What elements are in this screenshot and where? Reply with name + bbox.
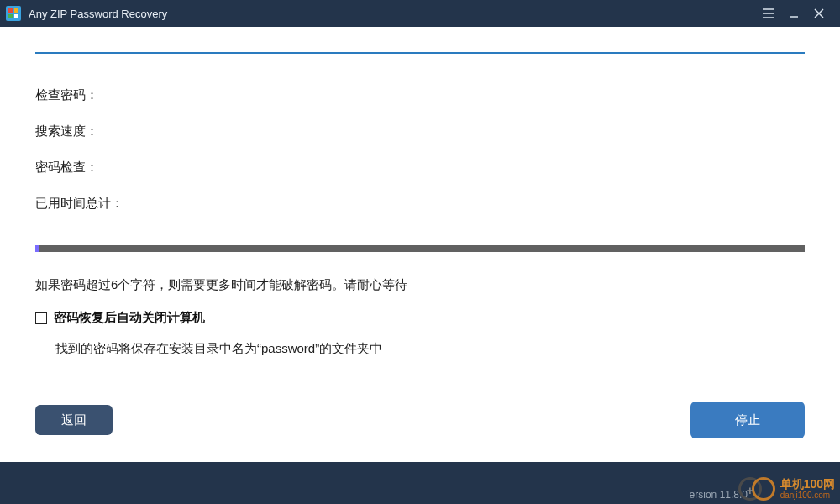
- shutdown-checkbox[interactable]: [35, 312, 47, 324]
- progress-bar: [35, 245, 805, 252]
- titlebar: Any ZIP Password Recovery: [0, 0, 840, 27]
- app-logo-icon: [5, 5, 22, 22]
- password-folder-note: 找到的密码将保存在安装目录中名为“password”的文件夹中: [55, 341, 805, 357]
- field-elapsed-total: 已用时间总计：: [35, 194, 805, 212]
- field-check-password: 检查密码：: [35, 86, 805, 103]
- watermark-line1: 单机100网: [780, 478, 835, 490]
- main-content: 检查密码： 搜索速度： 密码检查： 已用时间总计： 如果密码超过6个字符，则需要…: [0, 27, 840, 462]
- shutdown-checkbox-label: 密码恢复后自动关闭计算机: [54, 310, 205, 326]
- minimize-icon[interactable]: [781, 0, 806, 27]
- watermark: + 单机100网 danji100.com: [738, 475, 835, 502]
- button-row: 返回 停止: [35, 402, 805, 438]
- watermark-line2: danji100.com: [780, 491, 835, 500]
- close-icon[interactable]: [806, 0, 832, 27]
- menu-icon[interactable]: [756, 0, 781, 27]
- stop-button[interactable]: 停止: [690, 402, 805, 438]
- field-search-speed: 搜索速度：: [35, 122, 805, 139]
- back-button[interactable]: 返回: [35, 405, 113, 435]
- top-divider: [35, 52, 805, 54]
- app-title: Any ZIP Password Recovery: [29, 8, 167, 20]
- svg-rect-4: [14, 14, 18, 18]
- long-password-note: 如果密码超过6个字符，则需要更多时间才能破解密码。请耐心等待: [35, 277, 805, 293]
- shutdown-checkbox-row: 密码恢复后自动关闭计算机: [35, 310, 805, 326]
- progress-fill: [35, 245, 39, 252]
- watermark-logo-icon: +: [738, 475, 777, 502]
- svg-rect-3: [8, 14, 13, 18]
- field-password-check: 密码检查：: [35, 158, 805, 176]
- svg-rect-2: [14, 8, 18, 13]
- status-fields: 检查密码： 搜索速度： 密码检查： 已用时间总计：: [35, 86, 805, 230]
- footer: ersion 11.8.0 + 单机100网 danji100.com: [0, 462, 840, 504]
- svg-rect-0: [6, 6, 21, 21]
- svg-rect-1: [8, 8, 13, 13]
